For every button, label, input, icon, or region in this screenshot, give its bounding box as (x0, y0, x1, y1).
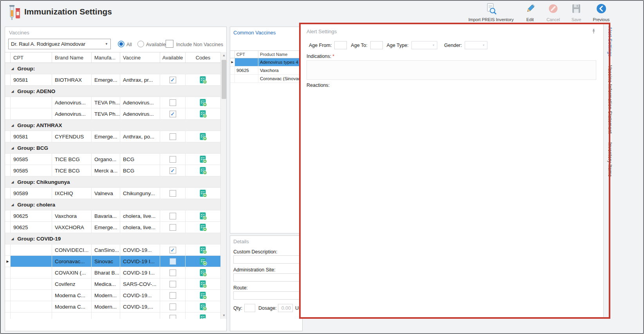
vaccine-group-row[interactable]: ◢Group: COVID-19 (5, 233, 220, 244)
age-from-input[interactable] (334, 41, 347, 49)
codes-icon[interactable] (199, 291, 207, 300)
age-type-dropdown[interactable]: ▼ (411, 41, 437, 49)
vaccine-row[interactable]: 90589IXCHIQValnevaChikunguny... (5, 188, 220, 199)
include-non-vaccines-checkbox[interactable] (166, 40, 173, 48)
header-available[interactable]: Available (160, 52, 186, 63)
available-checkbox[interactable] (170, 269, 176, 276)
vaccine-row[interactable]: 90585TICE BCGOrgano...BCG (5, 154, 220, 165)
vaccine-row[interactable]: COVAXIN (...Bharat B...COVID-19 I... (5, 267, 220, 278)
vaccine-row[interactable]: CovifenzMedica...SARS-COV-... (5, 278, 220, 290)
available-checkbox[interactable] (170, 303, 176, 310)
cancel-button[interactable]: Cancel (547, 3, 560, 22)
pin-icon[interactable] (591, 29, 596, 36)
available-checkbox[interactable] (170, 133, 176, 140)
vaccine-row[interactable]: Moderna C...Modern...COVID-19... (5, 290, 220, 301)
common-vaccine-row[interactable]: Coronavac (Sinovac) (230, 75, 302, 83)
import-preis-inventory-button[interactable]: Import PREIS Inventory (468, 3, 514, 22)
codes-icon[interactable] (199, 155, 207, 163)
codes-icon[interactable] (199, 303, 207, 311)
codes-icon[interactable] (199, 76, 207, 84)
header-vaccine[interactable]: Vaccine (120, 52, 160, 63)
available-checkbox[interactable] (170, 258, 176, 265)
codes-icon[interactable] (199, 257, 207, 266)
available-checkbox[interactable] (170, 99, 176, 106)
group-expand-icon[interactable]: ◢ (11, 67, 14, 70)
available-checkbox[interactable] (170, 224, 176, 231)
edit-button[interactable]: Edit (524, 3, 536, 22)
vaccine-row[interactable]: 90581CYFENDUSEmerge...Anthrax, po... (5, 131, 220, 142)
vaccine-group-row[interactable]: ◢Group: (5, 63, 220, 74)
common-vaccine-row[interactable]: ▶Adenovirus types 4 a (230, 58, 302, 66)
available-checkbox[interactable] (170, 213, 176, 219)
vaccine-row[interactable]: Adenovirus...TEVA Ph...Adenovirus...✓ (5, 108, 220, 120)
previous-button[interactable]: Previous (593, 3, 610, 22)
vaccine-row[interactable]: Moderna C...Modern...COVID-19,... (5, 301, 220, 312)
codes-icon[interactable] (199, 110, 207, 118)
group-expand-icon[interactable]: ◢ (11, 146, 14, 150)
available-checkbox[interactable] (170, 315, 176, 319)
codes-icon[interactable] (199, 246, 207, 254)
vaccines-scrollbar[interactable]: ▲ ▼ (220, 52, 227, 319)
vaccine-group-row[interactable]: ◢Group: cholera (5, 199, 220, 210)
filter-available-radio[interactable] (137, 41, 144, 47)
side-tab-inventory-items[interactable]: Inventory Items (604, 141, 614, 178)
header-brand-name[interactable]: Brand Name (52, 52, 92, 63)
scrollbar-thumb[interactable] (222, 60, 226, 99)
route-input[interactable] (233, 291, 300, 300)
codes-icon[interactable] (199, 167, 207, 175)
available-checkbox[interactable] (170, 292, 176, 299)
codes-icon[interactable] (199, 269, 207, 277)
scroll-down-icon[interactable]: ▼ (221, 312, 227, 319)
available-checkbox[interactable]: ✓ (170, 167, 176, 174)
codes-icon[interactable] (199, 99, 207, 107)
gender-dropdown[interactable]: ▼ (465, 41, 487, 49)
administration-site-input[interactable] (233, 273, 300, 282)
custom-description-input[interactable] (233, 255, 300, 264)
save-button[interactable]: Save (570, 3, 583, 22)
side-tab-vaccine-information-statement[interactable]: Vaccine Information Statement (604, 64, 614, 135)
reactions-textarea[interactable] (307, 89, 596, 315)
vaccine-row[interactable] (5, 312, 220, 319)
group-expand-icon[interactable]: ◢ (11, 203, 14, 207)
group-expand-icon[interactable]: ◢ (11, 124, 14, 127)
vaccine-group-row[interactable]: ◢Group: ADENO (5, 86, 220, 97)
age-to-input[interactable] (370, 41, 383, 49)
header-manufacturer[interactable]: Manufa... (92, 52, 120, 63)
codes-icon[interactable] (199, 223, 207, 232)
header-codes[interactable]: Codes (186, 52, 220, 63)
codes-icon[interactable] (199, 189, 207, 198)
provider-dropdown[interactable]: Dr. Raul A. Rodriguez Almodovar ▼ (8, 39, 111, 49)
header-cpt[interactable]: CPT (11, 52, 52, 63)
codes-icon[interactable] (199, 133, 207, 141)
available-checkbox[interactable]: ✓ (170, 247, 176, 253)
available-checkbox[interactable]: ✓ (170, 77, 176, 83)
vaccine-row[interactable]: 90625VAXCHORAEmerge...cholera, live... (5, 222, 220, 233)
dosage-input[interactable] (278, 304, 293, 312)
vaccine-row[interactable]: 90581BIOTHRAXEmerge...Anthrax, pr...✓ (5, 74, 220, 86)
available-checkbox[interactable] (170, 156, 176, 163)
available-checkbox[interactable] (170, 281, 176, 287)
scroll-up-icon[interactable]: ▲ (221, 52, 227, 59)
qty-input[interactable] (244, 304, 255, 312)
filter-all-radio[interactable] (118, 41, 124, 47)
vaccine-group-row[interactable]: ◢Group: BCG (5, 142, 220, 154)
vaccine-row[interactable]: 90585TICE BCGMerck a...BCG✓ (5, 165, 220, 176)
vaccine-row[interactable]: Adenovirus...TEVA Ph...Adenovirus... (5, 97, 220, 108)
available-checkbox[interactable]: ✓ (170, 111, 176, 117)
common-header-product-name[interactable]: Product Name (258, 51, 302, 58)
group-expand-icon[interactable]: ◢ (11, 237, 14, 241)
vaccine-row[interactable]: CONVIDECI...CanSino...COVID-19...✓ (5, 244, 220, 256)
codes-icon[interactable] (199, 314, 207, 319)
indications-textarea[interactable] (307, 60, 596, 80)
vaccine-row[interactable]: 90625VaxchoraBavaria...cholera, live... (5, 210, 220, 222)
common-vaccine-row[interactable]: 90625Vaxchora (230, 66, 302, 75)
group-expand-icon[interactable]: ◢ (11, 90, 14, 93)
codes-icon[interactable] (199, 280, 207, 288)
codes-icon[interactable] (199, 212, 207, 220)
vaccine-group-row[interactable]: ◢Group: ANTHRAX (5, 120, 220, 131)
group-expand-icon[interactable]: ◢ (11, 180, 14, 184)
vaccine-row[interactable]: ▶Coronavac...SinovacCOVID-19 I... (5, 256, 220, 267)
side-tab-alert-settings[interactable]: Alert Settings (604, 25, 614, 58)
common-header-cpt[interactable]: CPT (235, 51, 258, 58)
available-checkbox[interactable] (170, 190, 176, 197)
